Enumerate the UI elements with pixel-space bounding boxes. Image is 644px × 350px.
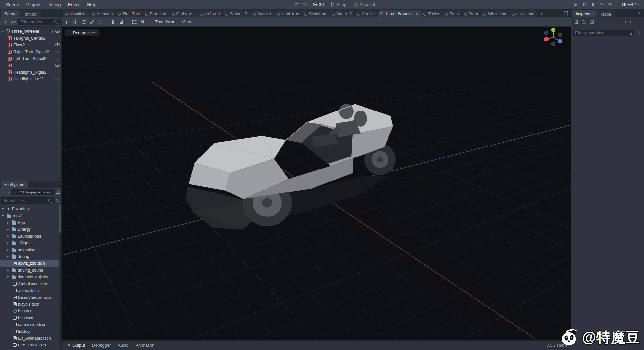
scene-tab-active[interactable]: Three_Wheeler✕ (378, 10, 421, 18)
dock-menu-icon[interactable]: ⋮ (635, 11, 644, 16)
chevron-icon[interactable]: ▸ (7, 248, 10, 251)
filter-nodes-field[interactable] (18, 19, 60, 25)
tree-row[interactable]: Right_Turn_Signal2 (0, 48, 61, 55)
history-forward-icon[interactable]: › (628, 19, 633, 24)
play-custom-scene-button[interactable] (607, 1, 614, 8)
pause-button[interactable] (580, 1, 588, 8)
tree-row[interactable]: Left_Turn_Signal2 (0, 55, 61, 62)
menu-project[interactable]: Project (23, 1, 44, 8)
snap-magnet-button[interactable] (139, 18, 146, 26)
menu-help[interactable]: Help (83, 1, 100, 8)
fs-item[interactable]: ▾res:// (0, 212, 61, 219)
fs-item[interactable]: ▸driving_sound (0, 267, 61, 274)
eye-closed-icon[interactable] (55, 37, 60, 39)
move-tool-button[interactable] (72, 18, 79, 26)
film-icon[interactable] (50, 30, 54, 33)
dock-menu-icon[interactable]: ⋮ (53, 11, 61, 16)
mode-assetlib-button[interactable]: AssetLib (351, 1, 379, 7)
mode-2d-button[interactable]: 2D (292, 1, 310, 7)
bottom-tab-animation[interactable]: Animation (132, 342, 158, 349)
tab-node[interactable]: Node (597, 10, 615, 18)
transform-menu[interactable]: Transform (152, 18, 177, 25)
bottom-tab-debugger[interactable]: Debugger (89, 342, 114, 349)
new-resource-button[interactable] (573, 18, 580, 25)
fs-item[interactable]: ▾★Favorites: (0, 205, 61, 212)
tab-scene[interactable]: Scene (1, 10, 20, 18)
eye-open-icon[interactable] (55, 64, 60, 67)
tab-inspector[interactable]: Inspector (572, 10, 597, 18)
view-menu[interactable]: View (179, 18, 194, 25)
fs-item[interactable]: bus.gdc (0, 308, 61, 314)
history-forward-icon[interactable]: › (6, 190, 11, 195)
chevron-icon[interactable]: ▸ (7, 268, 10, 272)
tree-row[interactable]: Headlights_Right2 (0, 69, 61, 76)
search-files-input[interactable] (4, 198, 47, 203)
scene-tab[interactable]: apviz_zoo (509, 10, 537, 18)
lock-button[interactable] (110, 18, 117, 26)
history-back-icon[interactable]: ‹ (1, 190, 6, 195)
scene-tab[interactable]: FrontLan (143, 10, 169, 18)
eye-closed-icon[interactable] (55, 51, 60, 53)
scene-tab[interactable]: Trailer (421, 10, 442, 18)
property-sliders-icon[interactable] (635, 29, 642, 37)
play-scene-button[interactable] (598, 1, 606, 8)
3d-viewport[interactable]: ⋮ Perspective (62, 27, 571, 340)
load-resource-button[interactable] (580, 18, 588, 25)
close-icon[interactable]: ✕ (415, 12, 418, 16)
mode-script-button[interactable]: Script (328, 1, 351, 7)
fs-item[interactable]: Ambulance.tscn (0, 280, 61, 287)
tree-row[interactable]: ▾ Three_Wheeler (0, 28, 61, 35)
select-tool-button[interactable] (63, 18, 70, 26)
fs-item[interactable]: ▸_Signs (0, 239, 61, 246)
menu-editor[interactable]: Editor (65, 1, 84, 8)
vehicle-model[interactable] (186, 104, 396, 229)
select-box-button[interactable] (97, 18, 104, 26)
scale-tool-button[interactable] (89, 18, 96, 26)
chevron-icon[interactable]: ▸ (7, 241, 10, 245)
sort-files-icon[interactable]: ⇅ (55, 198, 60, 203)
fs-item[interactable]: animal.tscn (0, 287, 61, 294)
bottom-tab-output[interactable]: Output (65, 342, 88, 349)
tree-row[interactable]: Floor2 (0, 41, 61, 48)
scene-tab[interactable]: Train (442, 10, 461, 18)
current-path[interactable]: res://debug/apviz_zoo (11, 189, 55, 195)
fs-item[interactable]: Elf.tscn (0, 328, 61, 335)
chevron-icon[interactable]: ▸ (7, 221, 10, 224)
scene-tab[interactable]: visualizer (63, 10, 89, 18)
tree-row[interactable]: Headlights_Left2 (0, 76, 61, 82)
fs-item[interactable]: ▸Energy (0, 226, 61, 233)
play-button[interactable] (572, 1, 579, 8)
scene-tab[interactable]: Ambulan (89, 10, 115, 18)
fs-item[interactable]: carmidside.tscn (0, 321, 61, 328)
chevron-icon[interactable]: ▾ (2, 214, 5, 217)
tree-row[interactable] (0, 62, 61, 69)
eye-closed-icon[interactable] (55, 57, 60, 60)
unlock-button[interactable] (118, 18, 125, 26)
scene-tab[interactable]: Tram (461, 10, 481, 18)
scene-tab[interactable]: Skateboa (302, 10, 329, 18)
chevron-icon[interactable]: ▸ (7, 234, 10, 238)
chevron-icon[interactable]: ▸ (7, 228, 10, 231)
tree-row[interactable]: Taillights_Center2 (0, 35, 61, 41)
scene-tab[interactable]: semi_truc (274, 10, 302, 18)
fs-item[interactable]: ▾debug (0, 253, 61, 260)
add-node-button[interactable]: + (2, 18, 9, 26)
fs-item[interactable]: Elf_Animated.tscn (0, 335, 61, 342)
save-resource-button[interactable] (588, 18, 595, 25)
history-back-icon[interactable]: ‹ (623, 19, 628, 24)
eye-closed-icon[interactable] (55, 71, 60, 73)
chevron-icon[interactable]: ▾ (7, 255, 10, 258)
filter-properties-field[interactable] (573, 30, 634, 36)
filter-properties-input[interactable] (575, 31, 627, 35)
chevron-icon[interactable]: ▾ (7, 275, 10, 279)
distraction-free-icon[interactable] (564, 11, 568, 16)
scene-tab[interactable]: Scooter (250, 10, 274, 18)
projection-menu[interactable]: ⋮ Perspective (65, 29, 99, 36)
fs-item[interactable]: ▸LaunchMode (0, 233, 61, 239)
scene-tab[interactable]: Wheelcha (481, 10, 509, 18)
scene-tab[interactable]: golf_cart (197, 10, 222, 18)
fs-item[interactable]: ▸Ego (0, 219, 61, 226)
scrollbar-thumb[interactable] (59, 205, 61, 233)
scene-tab[interactable]: Fire_Truc (115, 10, 142, 18)
chevron-icon[interactable]: ▾ (2, 207, 5, 211)
